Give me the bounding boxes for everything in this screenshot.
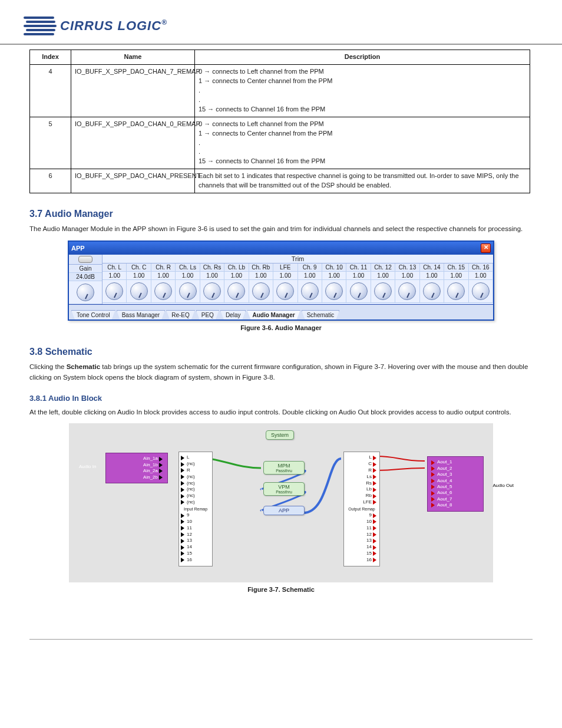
channel-knob[interactable] <box>322 280 346 303</box>
system-block[interactable]: System <box>266 430 294 440</box>
audio-out-port: Aout_8 <box>431 502 480 508</box>
channel-knob[interactable] <box>298 280 322 303</box>
tab-schematic[interactable]: Schematic <box>302 310 340 319</box>
output-remap-port: 12 <box>346 532 378 538</box>
channel-knob[interactable] <box>273 280 297 303</box>
input-remap-port: R <box>181 467 210 474</box>
audio-out-port: Aout_2 <box>431 466 480 472</box>
channel-header: Ch. 12 <box>371 263 395 272</box>
output-remap-port: 13 <box>346 538 378 544</box>
register-table: Index Name Description 4IO_BUFF_X_SPP_DA… <box>29 50 530 193</box>
table-cell-index: 5 <box>30 117 71 169</box>
output-remap-port: Rs <box>346 480 378 487</box>
channel-knob[interactable] <box>346 280 371 303</box>
app-block[interactable]: APP <box>263 506 305 515</box>
tab-peq[interactable]: PEQ <box>196 310 219 319</box>
output-remap-port: 16 <box>346 557 378 564</box>
audio-out-label: Audio Out <box>492 483 514 489</box>
status-indicator <box>69 255 102 265</box>
channel-value: 1.00 <box>151 272 176 280</box>
input-remap-port: 16 <box>181 557 210 564</box>
th-index: Index <box>30 50 71 65</box>
input-remap-port: (nc) <box>181 480 210 487</box>
channel-knob[interactable] <box>224 280 249 303</box>
channel-knob[interactable] <box>103 280 127 303</box>
page-header: CIRRUS LOGIC® <box>0 0 562 45</box>
cirrus-logo-text: CIRRUS LOGIC® <box>60 18 167 34</box>
channel-header: Ch. 10 <box>322 263 346 272</box>
channel-header: Ch. 11 <box>346 263 371 272</box>
channel-value: 1.00 <box>200 272 224 280</box>
channel-value: 1.00 <box>103 272 127 280</box>
channel-header: Ch. Rs <box>200 263 224 272</box>
channel-knob[interactable] <box>444 280 468 303</box>
input-remap-port: (nc) <box>181 474 210 480</box>
tab-tone-control[interactable]: Tone Control <box>71 310 115 319</box>
svg-rect-1 <box>26 21 55 23</box>
channel-knob[interactable] <box>371 280 395 303</box>
channel-knob[interactable] <box>469 280 493 303</box>
output-remap-port: LFE <box>346 499 378 506</box>
audio-in-label: Audio In <box>79 464 96 470</box>
input-remap-label: Input Remap <box>181 506 210 512</box>
channel-knob[interactable] <box>151 280 176 303</box>
output-remap-block[interactable]: LCRLsRsLbRbLFEOutput Remap91011121314151… <box>343 452 380 566</box>
section-3-7-body: The Audio Manager Module in the APP show… <box>29 224 533 235</box>
channel-knob[interactable] <box>249 280 273 303</box>
channel-value: 1.00 <box>420 272 444 280</box>
channel-header: Ch. L <box>103 263 127 272</box>
input-remap-port: 12 <box>181 532 210 538</box>
channel-value: 1.00 <box>127 272 151 280</box>
output-remap-port: R <box>346 467 378 474</box>
table-cell-description: 0 → connects to Left channel from the PP… <box>195 117 530 169</box>
channel-value: 1.00 <box>249 272 273 280</box>
input-remap-port: L <box>181 454 210 461</box>
tab-re-eq[interactable]: Re-EQ <box>166 310 195 319</box>
output-remap-port: 9 <box>346 512 378 519</box>
input-remap-port: 9 <box>181 512 210 519</box>
page-footer-rule <box>29 639 533 640</box>
channel-header: Ch. Ls <box>176 263 200 272</box>
audio-out-port: Aout_5 <box>431 484 480 490</box>
mpm-block[interactable]: MPM Passthru <box>263 461 305 475</box>
gain-knob[interactable] <box>69 281 102 304</box>
tab-bass-manager[interactable]: Bass Manager <box>117 310 165 319</box>
channel-header: Ch. 9 <box>298 263 322 272</box>
table-cell-name: IO_BUFF_X_SPP_DAO_CHAN_0_REMAP <box>71 117 195 169</box>
tab-delay[interactable]: Delay <box>220 310 246 319</box>
app-tabs: Tone ControlBass ManagerRe-EQPEQDelayAud… <box>69 304 493 319</box>
input-remap-port: 14 <box>181 544 210 551</box>
audio-in-port: Ain_1a <box>110 456 164 462</box>
channel-knob[interactable] <box>420 280 444 303</box>
table-cell-description: Each bit set to 1 indicates that respect… <box>195 169 530 193</box>
audio-in-port: Ain_2b <box>110 475 164 480</box>
channel-knob[interactable] <box>395 280 419 303</box>
th-name: Name <box>71 50 195 65</box>
close-icon[interactable]: ✕ <box>481 243 491 253</box>
output-remap-port: 15 <box>346 551 378 557</box>
audio-out-block[interactable]: Aout_1Aout_2Aout_3Aout_4Aout_5Aout_6Aout… <box>427 456 484 511</box>
channel-value: 1.00 <box>273 272 297 280</box>
channel-header: Ch. Rb <box>249 263 273 272</box>
input-remap-port: (nc) <box>181 486 210 493</box>
channel-header: Ch. R <box>151 263 176 272</box>
channel-knob[interactable] <box>200 280 224 303</box>
output-remap-port: C <box>346 461 378 467</box>
channel-knob[interactable] <box>176 280 200 303</box>
output-remap-port: Lb <box>346 486 378 493</box>
input-remap-block[interactable]: L(nc)R(nc)(nc)(nc)(nc)(nc)Input Remap910… <box>178 452 213 566</box>
svg-rect-0 <box>24 17 54 19</box>
input-remap-port: (nc) <box>181 493 210 499</box>
table-cell-index: 4 <box>30 64 71 117</box>
output-remap-port: 11 <box>346 525 378 532</box>
audio-in-block[interactable]: Ain_1aAin_1bAin_2aAin_2b Audio In <box>105 453 168 483</box>
tab-audio-manager[interactable]: Audio Manager <box>247 310 300 319</box>
input-remap-port: 10 <box>181 519 210 525</box>
vpm-block[interactable]: VPM Passthru <box>263 482 305 496</box>
table-cell-index: 6 <box>30 169 71 193</box>
channel-value: 1.00 <box>224 272 249 280</box>
channel-value: 1.00 <box>444 272 468 280</box>
svg-rect-4 <box>24 33 54 35</box>
audio-out-port: Aout_1 <box>431 459 480 465</box>
channel-knob[interactable] <box>127 280 151 303</box>
